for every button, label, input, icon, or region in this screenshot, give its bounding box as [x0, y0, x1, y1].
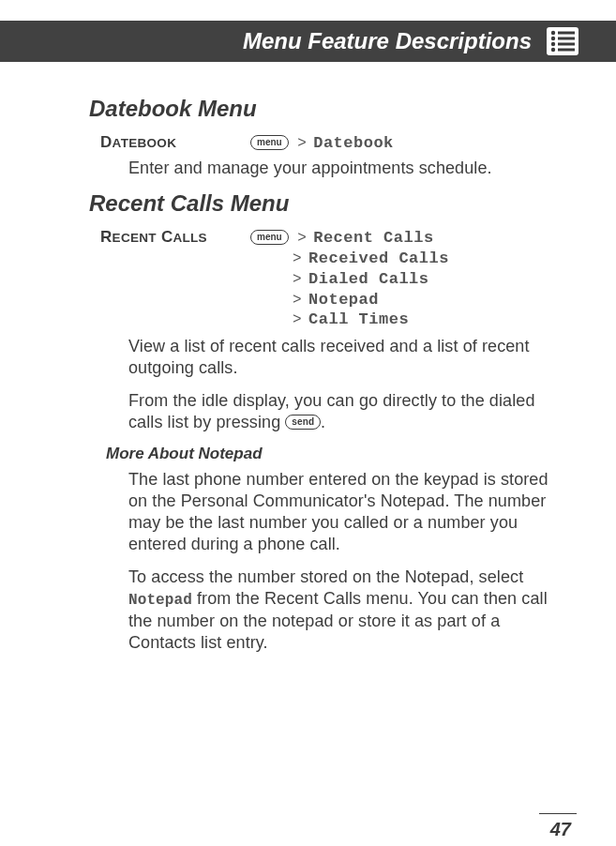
subpath-calltimes: > Call Times	[288, 310, 560, 330]
svg-point-2	[551, 37, 555, 40]
chevron-right-icon: >	[293, 292, 302, 309]
feature-row-recent: RECENT CALLS menu > Recent Calls	[100, 228, 560, 247]
body-text-span: To access the number stored on the Notep…	[128, 567, 523, 586]
svg-point-4	[551, 42, 555, 46]
svg-rect-1	[558, 32, 575, 35]
subpath-label: Received Calls	[308, 249, 449, 267]
feature-label-datebook: DATEBOOK	[100, 133, 250, 152]
heading-more-notepad: More About Notepad	[106, 445, 560, 463]
path-datebook: Datebook	[313, 134, 394, 152]
header-title: Menu Feature Descriptions	[243, 28, 532, 53]
path-recent-calls: Recent Calls	[313, 229, 433, 247]
label-rest: ECENT	[113, 231, 157, 245]
label-cap: R	[100, 228, 113, 246]
body-notepad-1: The last phone number entered on the key…	[128, 469, 560, 555]
subpath-received: > Received Calls	[288, 249, 560, 269]
heading-recent-calls: Recent Calls Menu	[89, 190, 560, 217]
send-button-icon: send	[285, 415, 321, 430]
label-rest2: ALLS	[173, 231, 206, 245]
subpath-label: Notepad	[308, 291, 379, 309]
svg-rect-3	[558, 38, 575, 40]
svg-point-6	[551, 48, 555, 52]
chevron-right-icon: >	[297, 230, 307, 247]
chevron-right-icon: >	[293, 311, 302, 328]
feature-row-datebook: DATEBOOK menu > Datebook	[100, 133, 560, 152]
subpath-dialed: > Dialed Calls	[288, 269, 560, 290]
body-text-span: from the Recent Calls menu. You can then…	[128, 589, 548, 652]
body-notepad-2: To access the number stored on the Notep…	[128, 567, 560, 654]
body-text-span: .	[321, 413, 325, 431]
svg-rect-5	[558, 43, 575, 46]
chevron-right-icon: >	[297, 135, 307, 152]
feature-label-recent: RECENT CALLS	[100, 228, 250, 247]
svg-rect-7	[558, 49, 575, 52]
content-area: Datebook Menu DATEBOOK menu > Datebook E…	[0, 62, 616, 654]
svg-point-0	[551, 31, 555, 35]
subpath-list: > Received Calls > Dialed Calls > Notepa…	[288, 249, 560, 330]
page-number: 47	[550, 819, 571, 840]
body-datebook-1: Enter and manage your appointments sched…	[128, 158, 560, 179]
feature-path-datebook: menu > Datebook	[250, 134, 394, 152]
feature-path-recent: menu > Recent Calls	[250, 229, 434, 247]
chevron-right-icon: >	[293, 250, 302, 267]
inline-mono: Notepad	[128, 592, 192, 609]
list-icon	[547, 27, 578, 55]
menu-button-icon: menu	[250, 135, 289, 150]
label-cap: D	[100, 133, 113, 151]
label-cap2: C	[161, 228, 173, 246]
page: Menu Feature Descriptions Datebook Menu …	[0, 21, 616, 846]
body-text-span: From the idle display, you can go direct…	[128, 391, 535, 431]
subpath-label: Call Times	[308, 310, 409, 328]
page-number-rule	[539, 813, 577, 814]
label-rest: ATEBOOK	[113, 136, 177, 150]
heading-datebook: Datebook Menu	[89, 96, 560, 122]
body-recent-2: From the idle display, you can go direct…	[128, 390, 560, 433]
body-recent-1: View a list of recent calls received and…	[128, 336, 560, 379]
subpath-notepad: > Notepad	[288, 290, 560, 310]
chevron-right-icon: >	[293, 271, 302, 288]
menu-button-icon: menu	[250, 230, 289, 245]
header-bar: Menu Feature Descriptions	[0, 21, 616, 62]
subpath-label: Dialed Calls	[308, 270, 428, 288]
